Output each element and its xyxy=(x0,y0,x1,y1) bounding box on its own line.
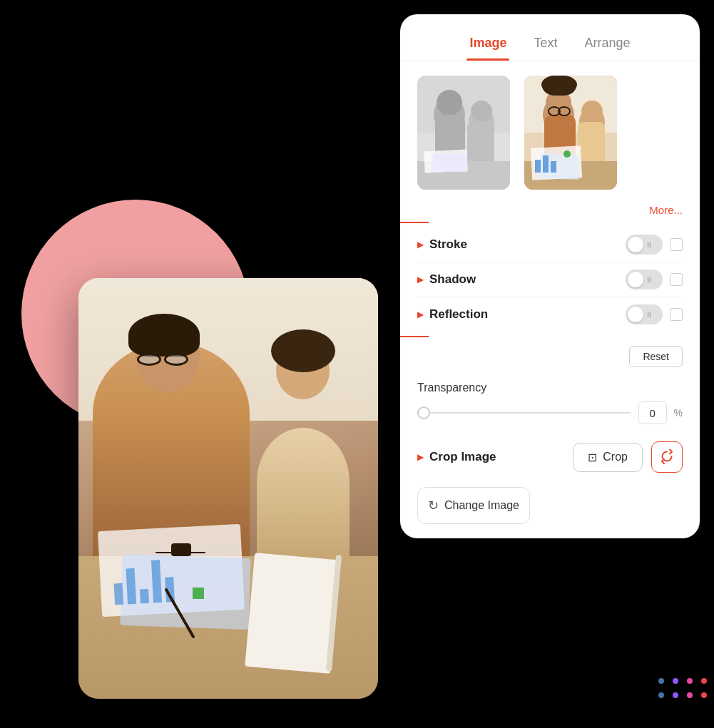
transparency-value[interactable]: 0 xyxy=(638,401,667,424)
svg-rect-22 xyxy=(542,76,576,96)
preview-color[interactable] xyxy=(524,76,617,190)
dot-5 xyxy=(658,692,664,698)
crop-image-label: Crop Image xyxy=(429,450,564,464)
panel-tabs: Image Text Arrange xyxy=(400,14,700,61)
reflection-expand-icon[interactable]: ▶ xyxy=(417,309,424,319)
crop-scissors-icon: ⊡ xyxy=(588,451,597,464)
tab-arrange[interactable]: Arrange xyxy=(582,29,633,61)
reflection-checkbox[interactable] xyxy=(670,308,683,321)
preview-bw[interactable] xyxy=(417,76,510,190)
transparency-slider-thumb[interactable] xyxy=(417,406,430,419)
shadow-expand-icon[interactable]: ▶ xyxy=(417,275,424,284)
svg-point-21 xyxy=(581,101,603,122)
crop-button-label: Crop xyxy=(603,451,628,463)
dot-3 xyxy=(687,678,693,684)
stroke-expand-icon[interactable]: ▶ xyxy=(417,240,424,250)
red-accent-bottom xyxy=(400,336,700,337)
image-previews xyxy=(400,61,700,204)
svg-rect-28 xyxy=(543,155,549,173)
transparency-slider-track[interactable] xyxy=(417,412,631,414)
crop-section: ▶ Crop Image ⊡ Crop xyxy=(400,433,700,481)
dot-6 xyxy=(673,692,678,698)
shadow-checkbox[interactable] xyxy=(670,273,683,286)
stroke-checkbox[interactable] xyxy=(670,238,683,251)
tab-image[interactable]: Image xyxy=(466,29,509,61)
svg-point-6 xyxy=(471,101,492,122)
svg-rect-10 xyxy=(432,153,468,173)
reflection-label: Reflection xyxy=(429,307,626,322)
dot-7 xyxy=(687,692,693,698)
reflection-row: ▶ Reflection ⏸ xyxy=(417,297,683,332)
crop-label-section: ▶ Crop Image xyxy=(417,450,564,464)
effects-section: ▶ Stroke ⏸ ▶ Shadow ⏸ ▶ Reflection ⏸ xyxy=(400,223,700,336)
svg-rect-29 xyxy=(551,161,556,173)
shadow-label: Shadow xyxy=(429,272,626,287)
change-image-button[interactable]: ↻ Change Image xyxy=(417,487,530,524)
stroke-label: Stroke xyxy=(429,237,626,252)
slider-row: 0 % xyxy=(417,401,683,424)
tab-text[interactable]: Text xyxy=(531,29,560,61)
photo-card xyxy=(78,278,378,699)
stroke-row: ▶ Stroke ⏸ xyxy=(417,227,683,262)
svg-point-30 xyxy=(563,150,571,158)
reflection-toggle[interactable]: ⏸ xyxy=(626,304,663,324)
dot-1 xyxy=(658,678,664,684)
stroke-toggle[interactable]: ⏸ xyxy=(626,235,663,255)
more-link[interactable]: More... xyxy=(400,204,700,222)
image-panel: Image Text Arrange xyxy=(400,14,700,538)
shadow-row: ▶ Shadow ⏸ xyxy=(417,262,683,297)
dots-decoration xyxy=(658,678,707,707)
dot-8 xyxy=(701,692,707,698)
reset-section: Reset xyxy=(400,340,700,373)
reset-button[interactable]: Reset xyxy=(629,346,683,367)
svg-point-3 xyxy=(437,90,462,116)
svg-rect-27 xyxy=(535,160,541,173)
crop-icon-button[interactable] xyxy=(651,441,683,473)
transparency-label: Transparency xyxy=(417,381,683,394)
dot-2 xyxy=(673,678,678,684)
shadow-toggle[interactable]: ⏸ xyxy=(626,270,663,289)
change-image-icon: ↻ xyxy=(428,498,439,513)
change-image-label: Change Image xyxy=(444,499,519,512)
crop-expand-icon[interactable]: ▶ xyxy=(417,452,424,462)
percent-sign: % xyxy=(674,407,683,419)
transparency-section: Transparency 0 % xyxy=(400,373,700,433)
dot-4 xyxy=(701,678,707,684)
crop-reset-icon xyxy=(659,449,675,465)
crop-button[interactable]: ⊡ Crop xyxy=(573,443,643,472)
